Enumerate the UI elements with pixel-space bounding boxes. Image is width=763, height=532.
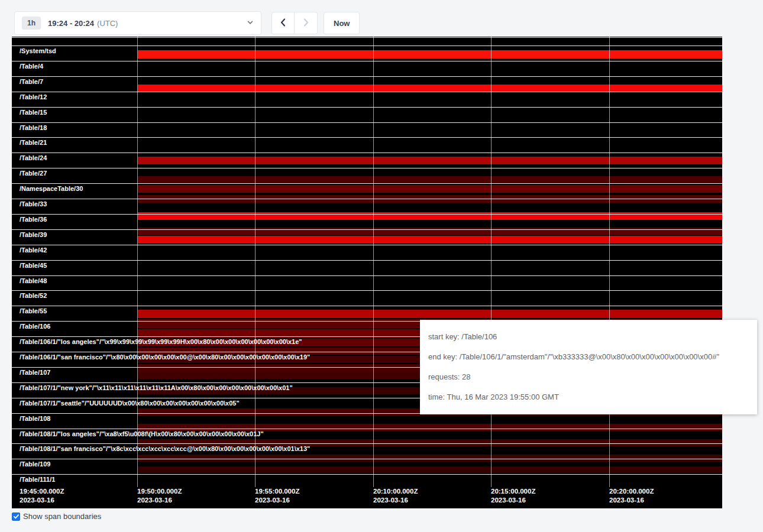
x-axis-tick: 20:15:00.000Z2023-03-16 [491,487,535,505]
tick-date: 2023-03-16 [137,496,182,505]
row-label: /Table/107/1/"new york"/"\x11\x11\x11\x1… [20,384,293,391]
span-boundary-line [12,76,722,77]
chevron-down-icon [247,18,254,28]
tick-time: 19:45:00.000Z [20,487,64,496]
tooltip-requests: requests: 28 [428,371,749,383]
row-label: /Table/42 [20,246,47,254]
row-label: /Table/33 [20,200,47,207]
checkbox-checked-icon[interactable] [12,512,20,521]
row-label: /Table/36 [20,216,47,223]
chevron-right-icon [300,17,311,30]
span-boundary-line [12,306,722,306]
heat-band [138,455,722,462]
span-boundary-line [12,260,722,261]
tick-date: 2023-03-16 [609,496,654,505]
tick-date: 2023-03-16 [255,496,299,505]
row-label: /Table/108 [20,415,50,422]
row-label: /Table/107 [20,369,50,376]
tick-time: 19:50:00.000Z [137,487,182,496]
span-boundary-line [12,290,722,291]
row-label: /Table/106 [20,323,50,330]
tick-time: 20:15:00.000Z [491,487,535,496]
time-step-buttons [271,12,318,34]
heat-band [138,50,722,59]
next-time-button[interactable] [295,12,318,34]
x-axis-tick: 19:45:00.000Z2023-03-16 [20,487,64,505]
row-label: /Table/109 [20,460,50,468]
span-boundary-line [12,122,722,123]
row-label: /Table/52 [20,292,47,299]
row-label: /Table/108/1/"san francisco"/"\x8c\xcc\x… [20,445,310,452]
span-boundary-line [12,459,722,459]
heat-band [138,176,722,184]
row-label: /Table/107/1/"seattle"/"UUUUUUD\x00\x80\… [20,400,240,407]
time-gridline [255,37,256,487]
prev-time-button[interactable] [271,12,295,34]
row-label: /Table/4 [20,63,43,70]
timezone-label: (UTC) [97,19,118,28]
row-label: /Table/21 [20,139,47,146]
key-visualizer-canvas[interactable]: /System/tsd/Table/4/Table/7/Table/12/Tab… [12,37,722,508]
time-gridline [373,37,374,487]
time-gridline [137,37,138,487]
heat-band [138,228,722,235]
span-boundary-line [12,474,722,475]
row-label: /Table/39 [20,231,47,238]
span-boundary-line [12,275,722,276]
hover-tooltip: start key: /Table/106 end key: /Table/10… [420,320,757,414]
time-range-dropdown[interactable]: 1h 19:24 - 20:24 (UTC) [14,11,261,35]
span-boundary-line [12,168,722,168]
tick-date: 2023-03-16 [20,496,64,505]
tick-date: 2023-03-16 [373,496,418,505]
duration-badge: 1h [22,17,41,30]
row-label: /Table/48 [20,277,47,284]
tick-date: 2023-03-16 [491,496,535,505]
span-boundary-line [12,153,722,153]
tooltip-end-key: end key: /Table/106/1/"amsterdam"/"\xb33… [428,351,749,363]
span-boundary-line [12,429,722,429]
row-label: /Table/106/1/"los angeles"/"\x99\x99\x99… [20,338,302,345]
span-boundary-line [12,183,722,184]
row-label: /Table/7 [20,78,43,85]
row-label: /Table/12 [20,93,47,100]
row-label: /Table/45 [20,262,47,269]
chevron-left-icon [278,17,289,30]
show-span-boundaries-toggle[interactable]: Show span boundaries [12,512,101,521]
time-range-label: 19:24 - 20:24 [48,19,94,28]
x-axis-tick: 20:20:00.000Z2023-03-16 [609,487,654,505]
toolbar: 1h 19:24 - 20:24 (UTC) Now [14,11,360,35]
heat-band [138,157,722,164]
heat-band [138,236,722,244]
span-boundary-line [12,37,722,38]
span-boundary-line [12,443,722,444]
show-span-boundaries-label: Show span boundaries [23,512,101,521]
heat-band [138,310,722,318]
heat-band [138,185,722,193]
tick-time: 19:55:00.000Z [255,487,299,496]
span-boundary-line [12,245,722,245]
tooltip-time: time: Thu, 16 Mar 2023 19:55:00 GMT [428,391,749,403]
span-boundary-line [12,199,722,199]
now-button[interactable]: Now [324,12,360,34]
row-label: /Table/108/1/"los angeles"/"\xa8\xf5\u00… [20,430,264,437]
row-label: /Table/18 [20,124,47,131]
span-boundary-line [12,229,722,230]
heat-band [138,85,722,92]
tick-time: 20:10:00.000Z [373,487,418,496]
span-boundary-line [12,137,722,138]
span-boundary-line [12,61,722,61]
tooltip-start-key: start key: /Table/106 [428,331,749,343]
span-boundary-line [12,92,722,92]
span-boundary-line [12,214,722,215]
row-label: /Table/106/1/"san francisco"/"\x80\x00\x… [20,353,310,361]
time-gridline [609,37,610,487]
row-label: /Table/27 [20,170,47,177]
row-label: /System/tsd [20,47,56,54]
x-axis-tick: 19:50:00.000Z2023-03-16 [137,487,182,505]
row-label: /Table/15 [20,109,47,116]
row-label: /Table/111/1 [20,476,55,483]
x-axis-tick: 20:10:00.000Z2023-03-16 [373,487,418,505]
span-boundary-line [12,46,722,46]
tick-time: 20:20:00.000Z [609,487,654,496]
row-label: /Table/55 [20,307,47,314]
